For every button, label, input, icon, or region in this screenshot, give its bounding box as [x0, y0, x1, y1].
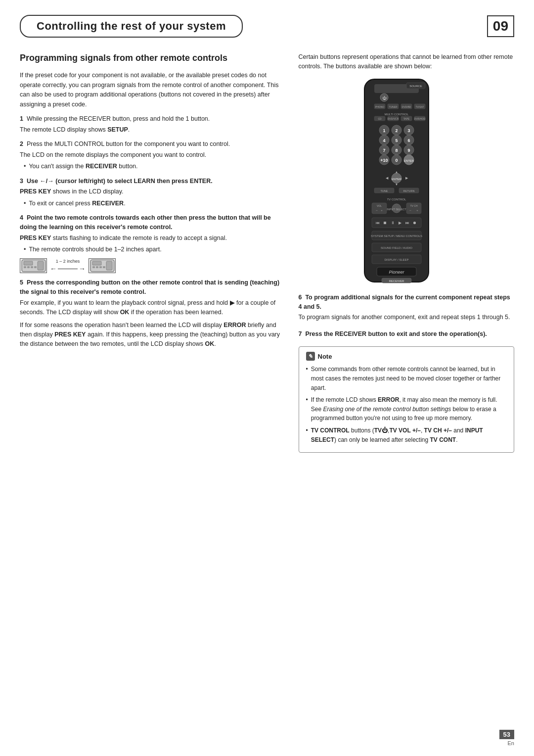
- distance-arrow: 1 – 2 inches ← →: [50, 259, 86, 273]
- svg-text:MULTI CONTROL: MULTI CONTROL: [384, 113, 408, 116]
- step-5-body1: For example, if you want to learn the pl…: [20, 298, 284, 318]
- svg-text:RETURN: RETURN: [403, 189, 414, 192]
- svg-rect-3: [27, 266, 30, 268]
- page-header: Controlling the rest of your system 09: [20, 15, 514, 38]
- step-3-pres: PRES KEY shows in the LCD display.: [20, 187, 284, 196]
- step-7: 7 Press the RECEIVER button to exit and …: [299, 330, 515, 339]
- svg-text:⏹: ⏹: [383, 221, 387, 225]
- remote-box-left: [20, 258, 47, 273]
- svg-text:Pioneer: Pioneer: [389, 270, 404, 275]
- svg-text:TV CH: TV CH: [410, 204, 417, 207]
- svg-rect-8: [92, 261, 101, 265]
- svg-text:VOL: VOL: [377, 204, 382, 207]
- svg-text:1: 1: [383, 128, 385, 133]
- remote-image: SOURCE ⏻ PHONO TUNER DVD/BD TV/SAT MULTI…: [357, 77, 456, 286]
- step-1: 1 While pressing the RECEIVER button, pr…: [20, 114, 284, 135]
- svg-text:+10: +10: [380, 158, 388, 163]
- svg-rect-9: [92, 266, 95, 268]
- svg-text:ENTER: ENTER: [404, 159, 414, 162]
- svg-text:6: 6: [407, 138, 410, 143]
- svg-text:3: 3: [407, 128, 410, 133]
- svg-text:⏻: ⏻: [382, 96, 387, 100]
- bullet-dot: •: [24, 162, 26, 171]
- note-bullet-text: Some commands from other remote controls…: [311, 365, 507, 392]
- left-column: Programming signals from other remote co…: [20, 52, 284, 453]
- note-bullet-dot: •: [306, 426, 308, 444]
- step-4-heading: 4 Point the two remote controls towards …: [20, 213, 284, 232]
- svg-text:4: 4: [383, 138, 385, 143]
- step-2-heading: 2 Press the MULTI CONTROL button for the…: [20, 140, 284, 149]
- svg-text:0: 0: [395, 158, 398, 163]
- step-3-heading: 3 Use ←/→ (cursor left/right) to select …: [20, 177, 284, 186]
- bullet-dot: •: [24, 245, 26, 254]
- svg-text:TUNER: TUNER: [389, 105, 398, 108]
- note-bullet-dot: •: [306, 365, 308, 392]
- note-bullet-dot: •: [306, 395, 308, 423]
- svg-rect-11: [99, 266, 102, 268]
- step-2-bullet: • You can't assign the RECEIVER button.: [24, 162, 284, 171]
- svg-text:PHONO: PHONO: [375, 105, 384, 108]
- note-label: Note: [318, 353, 332, 360]
- svg-text:DISPLAY / SLEEP: DISPLAY / SLEEP: [384, 258, 408, 261]
- remote-box-right: [89, 258, 116, 273]
- svg-text:SOUND FIELD / AUDIO: SOUND FIELD / AUDIO: [381, 246, 412, 249]
- remote-image-container: SOURCE ⏻ PHONO TUNER DVD/BD TV/SAT MULTI…: [299, 77, 515, 286]
- svg-rect-2: [24, 266, 26, 268]
- bullet-dot: •: [24, 199, 26, 208]
- svg-text:TV/SAT: TV/SAT: [415, 105, 424, 108]
- svg-text:2: 2: [395, 128, 398, 133]
- chapter-number: 09: [487, 15, 514, 37]
- svg-rect-5: [34, 266, 37, 268]
- right-intro: Certain buttons represent operations tha…: [299, 52, 515, 72]
- step-3-bullet: • To exit or cancel press RECEIVER.: [24, 199, 284, 208]
- svg-text:⏮: ⏮: [376, 221, 380, 225]
- right-column: Certain buttons represent operations tha…: [299, 52, 515, 453]
- svg-text:DVR/HDD: DVR/HDD: [414, 117, 425, 120]
- bullet-text: To exit or cancel press RECEIVER.: [29, 199, 125, 208]
- svg-text:8: 8: [395, 148, 398, 153]
- note-bullet-text: If the remote LCD shows ERROR, it may al…: [311, 395, 507, 423]
- intro-paragraph: If the preset code for your component is…: [20, 71, 284, 109]
- svg-text:⏭: ⏭: [405, 221, 409, 225]
- note-bullet-1: • Some commands from other remote contro…: [306, 365, 507, 392]
- svg-text:▼: ▼: [395, 183, 398, 186]
- step-7-heading: 7 Press the RECEIVER button to exit and …: [299, 330, 515, 339]
- svg-text:⏺: ⏺: [413, 221, 417, 225]
- note-title: ✎ Note: [306, 352, 507, 361]
- svg-text:RECEIVER: RECEIVER: [389, 280, 404, 283]
- step-4-pres: PRES KEY starts flashing to indicate the…: [20, 234, 284, 243]
- svg-rect-4: [31, 266, 33, 268]
- step-2-body: The LCD on the remote displays the compo…: [20, 150, 284, 160]
- svg-text:CD: CD: [378, 117, 382, 120]
- svg-text:5: 5: [395, 138, 398, 143]
- step-2: 2 Press the MULTI CONTROL button for the…: [20, 140, 284, 172]
- note-bullet-2: • If the remote LCD shows ERROR, it may …: [306, 395, 507, 423]
- svg-text:ENTER: ENTER: [392, 178, 402, 181]
- step-1-heading: 1 While pressing the RECEIVER button, pr…: [20, 114, 284, 124]
- svg-text:+: +: [381, 209, 383, 212]
- svg-rect-13: [106, 261, 112, 270]
- svg-text:9: 9: [407, 148, 410, 153]
- step-3: 3 Use ←/→ (cursor left/right) to select …: [20, 177, 284, 209]
- step-4: 4 Point the two remote controls towards …: [20, 213, 284, 273]
- step-1-body: The remote LCD display shows SETUP.: [20, 125, 284, 135]
- step-4-bullet: • The remote controls should be 1–2 inch…: [24, 245, 284, 254]
- svg-text:DVD/BD: DVD/BD: [401, 105, 411, 108]
- svg-text:SYSTEM SETUP / MENU CONTROLS: SYSTEM SETUP / MENU CONTROLS: [371, 235, 422, 237]
- svg-text:TAPE: TAPE: [403, 117, 409, 120]
- step-5-body2: If for some reasons the operation hasn't…: [20, 321, 284, 349]
- note-box: ✎ Note • Some commands from other remote…: [299, 346, 515, 453]
- step-6-body: To program signals for another component…: [299, 313, 515, 322]
- note-bullet-text: TV CONTROL buttons (TV⏻,TV VOL +/–, TV C…: [311, 426, 507, 444]
- svg-rect-10: [96, 266, 98, 268]
- remote-distance-illustration: 1 – 2 inches ← →: [20, 258, 284, 273]
- svg-text:7: 7: [383, 148, 385, 153]
- page-number: 53: [499, 730, 514, 739]
- section-heading: Programming signals from other remote co…: [20, 52, 284, 64]
- svg-text:TV CONTROL: TV CONTROL: [387, 198, 406, 201]
- svg-text:INPUT SELECT: INPUT SELECT: [387, 208, 406, 211]
- bullet-text: You can't assign the RECEIVER button.: [29, 162, 137, 171]
- svg-rect-6: [38, 261, 44, 270]
- step-5-heading: 5 Press the corresponding button on the …: [20, 278, 284, 297]
- svg-text:⏸: ⏸: [391, 221, 395, 225]
